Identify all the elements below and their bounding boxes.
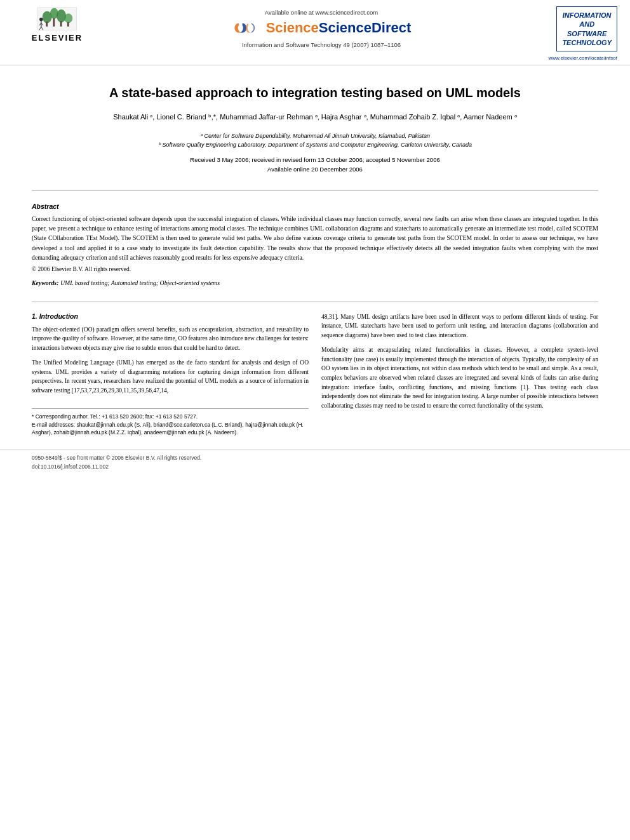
journal-url[interactable]: www.elsevier.com/locate/infsof: [549, 55, 618, 61]
section1-para3: Modularity aims at encapsulating related…: [321, 345, 598, 411]
footnote-emails: E-mail addresses: shaukat@jinnah.edu.pk …: [32, 421, 309, 437]
body-columns: 1. Introduction The object-oriented (OO)…: [32, 312, 598, 437]
main-content: A state-based approach to integration te…: [0, 65, 630, 450]
section1-para2: The Unified Modeling Language (UML) has …: [32, 358, 309, 396]
svg-rect-8: [67, 22, 69, 27]
sciencedirect-logo: ScienceScienceDirect: [232, 18, 412, 37]
page-header: ELSEVIER Available online at www.science…: [0, 0, 630, 65]
sciencedirect-wordmark: ScienceScienceDirect: [266, 20, 412, 36]
keywords-line: Keywords: UML based testing; Automated t…: [32, 279, 598, 286]
section1-heading: 1. Introduction: [32, 312, 309, 320]
footnote-area: * Corresponding author. Tel.: +1 613 520…: [32, 408, 309, 437]
paper-title: A state-based approach to integration te…: [44, 84, 586, 101]
header-center: Available online at www.sciencedirect.co…: [114, 6, 528, 48]
available-online-text: Available online at www.sciencedirect.co…: [265, 9, 378, 16]
abstract-divider: [32, 302, 598, 302]
journal-box-title: INFORMATION AND SOFTWARE TECHNOLOGY: [562, 11, 612, 47]
doi-line: doi:10.1016/j.infsof.2006.11.002: [32, 463, 598, 472]
affiliations: ᵃ Center for Software Dependability, Moh…: [44, 131, 586, 150]
section1-para2-cont: 48,31]. Many UML design artifacts have b…: [321, 312, 598, 340]
title-section: A state-based approach to integration te…: [32, 72, 598, 183]
abstract-section: Abstract Correct functioning of object-o…: [32, 199, 598, 294]
affiliation-a: ᵃ Center for Software Dependability, Moh…: [44, 131, 586, 140]
elsevier-label: ELSEVIER: [32, 33, 83, 43]
abstract-heading: Abstract: [32, 203, 598, 210]
svg-point-9: [39, 18, 43, 22]
journal-box: INFORMATION AND SOFTWARE TECHNOLOGY: [556, 6, 617, 51]
section1-para1: The object-oriented (OO) paradigm offers…: [32, 325, 309, 353]
keywords-label: Keywords:: [32, 279, 58, 286]
issn-line: 0950-5849/$ - see front matter © 2006 El…: [32, 454, 598, 463]
left-column: 1. Introduction The object-oriented (OO)…: [32, 312, 309, 437]
svg-rect-5: [46, 22, 48, 26]
title-divider: [32, 190, 598, 191]
authors: Shaukat Ali ᵃ, Lionel C. Briand ᵇ,*, Muh…: [44, 111, 586, 124]
svg-rect-7: [60, 21, 62, 26]
svg-rect-6: [53, 18, 55, 27]
elsevier-tree-icon: [35, 6, 79, 33]
abstract-body: Correct functioning of object-oriented s…: [32, 214, 598, 262]
footnote-star: * Corresponding author. Tel.: +1 613 520…: [32, 413, 309, 421]
right-column: 48,31]. Many UML design artifacts have b…: [321, 312, 598, 437]
sciencedirect-icon: [232, 18, 264, 37]
elsevier-logo-area: ELSEVIER: [13, 6, 114, 44]
bottom-bar: 0950-5849/$ - see front matter © 2006 El…: [0, 450, 630, 475]
keywords-values: UML based testing; Automated testing; Ob…: [60, 279, 220, 286]
affiliation-b: ᵇ Software Quality Engineering Laborator…: [44, 140, 586, 149]
svg-point-3: [57, 10, 66, 23]
journal-name: Information and Software Technology 49 (…: [242, 41, 401, 48]
svg-point-4: [64, 13, 72, 23]
header-right: INFORMATION AND SOFTWARE TECHNOLOGY www.…: [528, 6, 617, 61]
received-dates: Received 3 May 2006; received in revised…: [44, 155, 586, 174]
copyright-notice: © 2006 Elsevier B.V. All rights reserved…: [32, 265, 598, 274]
